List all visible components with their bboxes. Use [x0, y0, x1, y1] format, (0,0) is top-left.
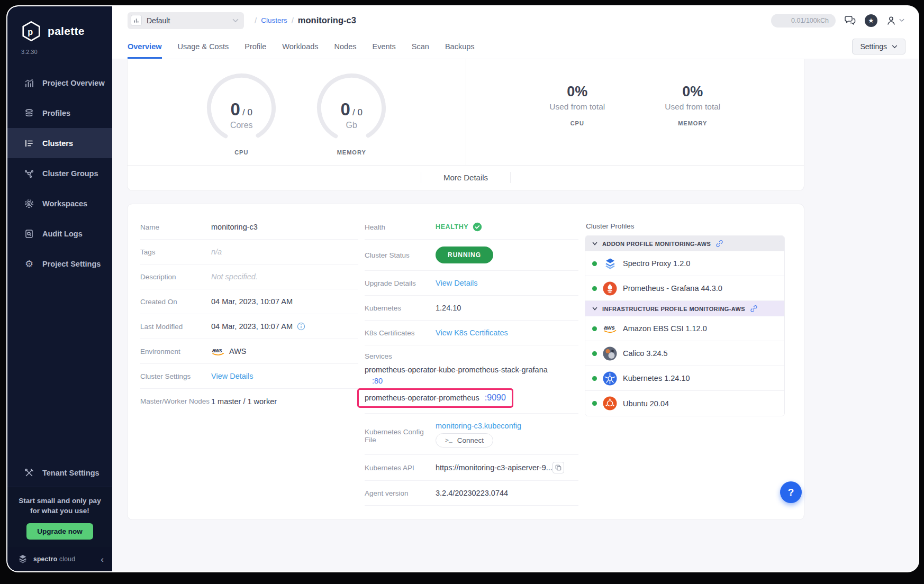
cluster-profiles-title: Cluster Profiles — [586, 222, 785, 230]
breadcrumb-current: monitoring-c3 — [298, 15, 356, 25]
cluster-settings-view-details-link[interactable]: View Details — [211, 372, 253, 380]
tab-workloads[interactable]: Workloads — [282, 34, 318, 59]
rings-icon — [24, 198, 34, 209]
services-block: Services prometheus-operator-kube-promet… — [365, 345, 578, 414]
pack-status-dot — [592, 376, 597, 381]
cluster-profiles-list: ADDON PROFILE MONITORING-AWS Spectro Pro… — [585, 235, 785, 416]
detail-row-agent-version: Agent version 3.2.4/20230223.0744 — [365, 481, 578, 506]
chat-icon[interactable] — [844, 15, 857, 26]
pack-row-spectro-proxy[interactable]: Spectro Proxy 1.2.0 — [585, 251, 784, 276]
more-details-button[interactable]: More Details — [421, 172, 511, 183]
tab-backups[interactable]: Backups — [445, 34, 475, 59]
sidebar-item-workspaces[interactable]: Workspaces — [7, 188, 112, 218]
star-icon: ★ — [868, 17, 874, 24]
sidebar-item-project-overview[interactable]: Project Overview — [7, 68, 112, 98]
copy-icon[interactable] — [552, 462, 564, 473]
grafana-service-port-link[interactable]: :80 — [372, 377, 383, 385]
user-menu[interactable] — [885, 15, 904, 26]
prometheus-icon — [603, 281, 617, 296]
page-content: 0/ 0 Cores CPU 0/ 0 Gb — [112, 59, 918, 571]
grafana-service-name: prometheus-operator-kube-prometheus-stac… — [365, 364, 578, 376]
tools-icon — [24, 468, 34, 478]
app-window: p palette 3.2.30 Project Overview Profil… — [7, 6, 918, 571]
usage-panel: 0% Used from total CPU 0% Used from tota… — [466, 59, 804, 165]
sidebar-item-profiles[interactable]: Profiles — [7, 98, 112, 128]
project-selector[interactable]: Default — [128, 12, 244, 29]
ubuntu-icon — [603, 396, 617, 410]
memory-usage-label: MEMORY — [650, 120, 735, 126]
link-icon[interactable] — [715, 240, 723, 248]
sidebar-item-label: Project Overview — [42, 79, 105, 87]
pack-status-dot — [592, 286, 597, 291]
sidebar-item-project-settings[interactable]: ⚙ Project Settings — [7, 249, 112, 279]
prometheus-service-port-link[interactable]: :9090 — [485, 393, 506, 403]
tab-nodes[interactable]: Nodes — [334, 34, 357, 59]
sidebar-item-tenant-settings[interactable]: Tenant Settings — [7, 459, 112, 487]
detail-row-kubernetes-api: Kubernetes API https://monitoring-c3-api… — [365, 455, 578, 481]
upgrade-now-button[interactable]: Upgrade now — [26, 523, 93, 540]
cluster-status-badge: RUNNING — [436, 247, 493, 263]
tab-profile[interactable]: Profile — [244, 34, 266, 59]
tab-overview[interactable]: Overview — [128, 34, 162, 59]
tab-bar: Overview Usage & Costs Profile Workloads… — [112, 34, 918, 59]
connect-button[interactable]: >_ Connect — [436, 433, 493, 448]
sidebar-item-clusters[interactable]: Clusters — [7, 128, 112, 158]
memory-gauge-caption: MEMORY — [337, 149, 366, 156]
link-icon[interactable] — [750, 305, 758, 313]
star-badge-icon[interactable]: ★ — [865, 14, 877, 27]
tab-events[interactable]: Events — [372, 34, 395, 59]
view-k8s-certificates-link[interactable]: View K8s Certificates — [436, 328, 508, 337]
chevron-down-icon — [592, 242, 597, 246]
doc-search-icon — [24, 229, 34, 239]
tab-scan[interactable]: Scan — [412, 34, 429, 59]
detail-row-nodes: Master/Worker Nodes 1 master / 1 worker — [140, 389, 358, 414]
detail-row-kubeconfig: Kubernetes Config File monitoring-c3.kub… — [365, 414, 578, 455]
pack-row-prometheus-grafana[interactable]: Prometheus - Grafana 44.3.0 — [585, 276, 784, 301]
sidebar-item-cluster-groups[interactable]: Cluster Groups — [7, 158, 112, 188]
pack-row-calico[interactable]: Calico 3.24.5 — [585, 341, 784, 366]
detail-row-created-on: Created On 04 Mar, 2023, 10:07 AM — [140, 289, 358, 314]
detail-row-k8s-certificates: K8s Certificates View K8s Certificates — [365, 321, 578, 345]
spectro-cloud-logo-icon — [17, 553, 29, 565]
layers-icon — [24, 108, 34, 118]
addon-profile-header[interactable]: ADDON PROFILE MONITORING-AWS — [585, 236, 784, 251]
upgrade-view-details-link[interactable]: View Details — [436, 279, 478, 287]
aws-icon: aws — [211, 347, 225, 356]
cluster-profiles-panel: Cluster Profiles ADDON PROFILE MONITORIN… — [585, 215, 785, 506]
sidebar-item-audit-logs[interactable]: Audit Logs — [7, 218, 112, 249]
infrastructure-profile-header[interactable]: INFRASTRUCTURE PROFILE MONITORING-AWS — [585, 301, 784, 316]
project-selector-value: Default — [147, 16, 232, 25]
pack-row-ubuntu[interactable]: Ubuntu 20.04 — [585, 391, 784, 416]
app-version: 3.2.30 — [7, 42, 112, 55]
environment-value: AWS — [229, 347, 247, 355]
detail-row-description: Description Not specified. — [140, 264, 358, 289]
breadcrumb-clusters-link[interactable]: Clusters — [261, 16, 287, 24]
kubernetes-icon — [603, 371, 617, 386]
aws-icon: aws — [603, 322, 617, 336]
usage-meter: 0.01/100kCh — [771, 14, 836, 28]
sidebar-collapse-icon[interactable]: ‹ — [101, 555, 104, 564]
kubeconfig-file-link[interactable]: monitoring-c3.kubeconfig — [436, 422, 521, 430]
promo-text: Start small and only pay for what you us… — [14, 496, 106, 516]
gauges-panel: 0/ 0 Cores CPU 0/ 0 Gb — [128, 59, 466, 165]
gear-icon: ⚙ — [24, 259, 34, 269]
brand-name: palette — [48, 25, 85, 38]
help-button[interactable]: ? — [780, 481, 802, 503]
tab-usage-costs[interactable]: Usage & Costs — [178, 34, 229, 59]
sidebar-item-label: Workspaces — [42, 199, 87, 208]
settings-button-label: Settings — [860, 42, 887, 51]
detail-row-last-modified: Last Modified 04 Mar, 2023, 10:07 AM — [140, 314, 358, 339]
sidebar-footer: spectro cloud ‹ — [7, 547, 112, 571]
cpu-gauge-value: 0 — [231, 99, 240, 119]
settings-button[interactable]: Settings — [852, 39, 905, 54]
pack-row-kubernetes[interactable]: Kubernetes 1.24.10 — [585, 366, 784, 391]
info-icon[interactable] — [297, 322, 305, 331]
sidebar-item-label: Profiles — [42, 109, 70, 117]
memory-usage-caption: Used from total — [650, 102, 735, 112]
project-chart-icon — [131, 15, 142, 26]
pack-row-amazon-ebs-csi[interactable]: aws Amazon EBS CSI 1.12.0 — [585, 316, 784, 341]
cpu-usage-caption: Used from total — [535, 102, 620, 112]
agent-version-value: 3.2.4/20230223.0744 — [436, 489, 508, 497]
prometheus-service-highlight: prometheus-operator-prometheus :9090 — [357, 388, 513, 408]
detail-row-upgrade-details: Upgrade Details View Details — [365, 271, 578, 296]
